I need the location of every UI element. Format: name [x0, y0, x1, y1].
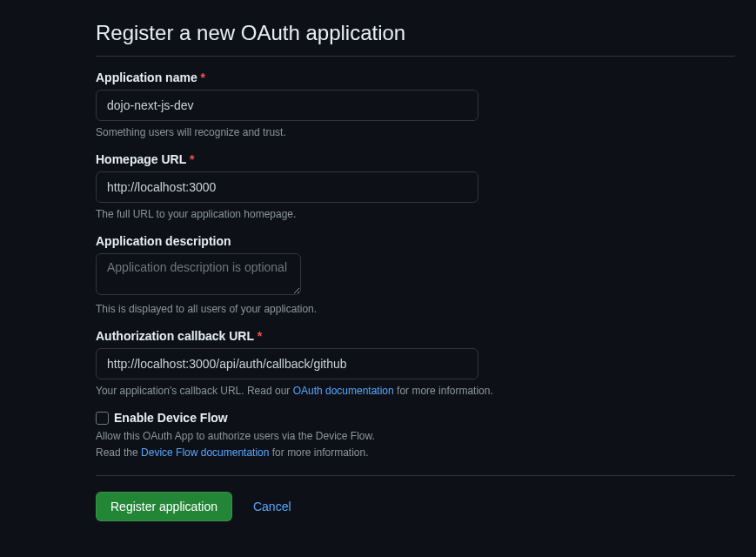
required-asterisk: *: [190, 152, 194, 166]
callback-url-note: Your application's callback URL. Read ou…: [96, 385, 735, 397]
homepage-url-label-text: Homepage URL: [96, 152, 186, 166]
callback-url-input[interactable]: [96, 348, 478, 379]
device-flow-row: Enable Device Flow: [96, 411, 735, 425]
callback-note-prefix: Your application's callback URL. Read ou…: [96, 385, 293, 397]
device-flow-label: Enable Device Flow: [114, 411, 228, 425]
app-name-label: Application name *: [96, 70, 735, 84]
cancel-button[interactable]: Cancel: [253, 500, 291, 513]
description-label: Application description: [96, 234, 735, 248]
callback-note-suffix: for more information.: [394, 385, 493, 397]
field-description: Application description This is displaye…: [96, 234, 735, 315]
device-flow-note-2: Read the Device Flow documentation for m…: [96, 445, 735, 461]
oauth-docs-link[interactable]: OAuth documentation: [293, 385, 394, 397]
header-divider: [96, 56, 735, 57]
field-homepage-url: Homepage URL * The full URL to your appl…: [96, 152, 735, 220]
field-callback-url: Authorization callback URL * Your applic…: [96, 329, 735, 397]
device-flow-note-1: Allow this OAuth App to authorize users …: [96, 428, 735, 445]
required-asterisk: *: [201, 70, 205, 84]
device-flow-note-prefix: Read the: [96, 446, 141, 459]
device-flow-note-suffix: for more information.: [269, 446, 368, 459]
device-flow-docs-link[interactable]: Device Flow documentation: [141, 446, 269, 459]
field-device-flow: Enable Device Flow Allow this OAuth App …: [96, 411, 735, 461]
callback-url-label-text: Authorization callback URL: [96, 329, 254, 343]
form-actions: Register application Cancel: [96, 492, 735, 521]
device-flow-note: Allow this OAuth App to authorize users …: [96, 428, 735, 461]
field-app-name: Application name * Something users will …: [96, 70, 735, 138]
description-textarea[interactable]: [96, 253, 301, 295]
homepage-url-note: The full URL to your application homepag…: [96, 208, 735, 220]
register-button[interactable]: Register application: [96, 492, 232, 521]
callback-url-label: Authorization callback URL *: [96, 329, 735, 343]
device-flow-checkbox[interactable]: [96, 412, 109, 425]
homepage-url-label: Homepage URL *: [96, 152, 735, 166]
actions-divider: [96, 475, 735, 476]
app-name-note: Something users will recognize and trust…: [96, 126, 735, 138]
description-note: This is displayed to all users of your a…: [96, 303, 735, 315]
oauth-register-form: Register a new OAuth application Applica…: [96, 21, 735, 521]
app-name-input[interactable]: [96, 90, 478, 121]
page-title: Register a new OAuth application: [96, 21, 735, 45]
homepage-url-input[interactable]: [96, 171, 478, 203]
required-asterisk: *: [258, 329, 262, 343]
app-name-label-text: Application name: [96, 70, 197, 84]
